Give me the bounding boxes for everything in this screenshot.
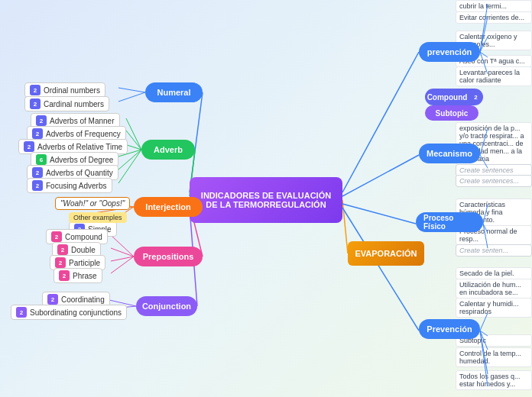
proceso-node[interactable]: Proceso Físico [416,212,483,232]
compound-r-label: Compound [427,93,468,102]
svg-line-22 [111,248,134,257]
content-item-2: Evitar corrientes de... [456,11,532,24]
degree-badge: 6 [36,154,47,165]
conjunction-node[interactable]: Conjunction [136,296,197,316]
phrase-item[interactable]: 2 Phrase [54,268,102,283]
numeral-label: Numeral [157,88,190,97]
cardinal-label: Cardinal numbers [44,100,104,108]
content-control: Control de la temp... humedad. [456,347,532,367]
content-secado: Secado de la piel. [456,267,532,279]
cardinal-badge: 2 [30,98,41,109]
conjunction-label: Conjunction [142,302,191,311]
phrase-label: Phrase [73,272,97,280]
svg-line-11 [118,92,145,102]
svg-line-7 [342,200,348,253]
adverb-node[interactable]: Adverb [141,140,195,160]
svg-line-23 [111,257,134,261]
mindmap-container: INDICADORES DE EVALUACIÓN DE LA TERMORRE… [0,0,532,397]
focusing-badge: 2 [32,180,43,191]
adverb-focusing-item[interactable]: 2 Focusing Adverbs [27,178,112,193]
coordinating-label: Coordinating [61,295,105,304]
prepositions-node[interactable]: Prepositions [134,247,203,266]
prevencion-top-label: prevención [427,47,472,56]
frequency-label: Adverbs of Frequency [46,130,121,138]
frequency-badge: 2 [32,128,43,139]
double-badge: 2 [57,244,68,255]
content-item-1: cubrir la termi... [456,0,532,12]
svg-line-17 [118,150,141,183]
relative-label: Adverbs of Relative Time [37,143,122,151]
compound-prep-badge: 2 [51,231,62,242]
subordinating-label: Subordinating conjunctions [30,308,122,317]
ordinal-label: Ordinal numbers [44,86,100,95]
quantity-badge: 2 [32,167,43,178]
content-utilizacion: Utilización de hum... en incubadora se..… [456,279,532,299]
svg-line-5 [342,52,419,192]
content-calentar: Calentar y humidi... respirados [456,298,532,318]
mecanismo-node[interactable]: Mecanismo [419,144,480,163]
interjection-node[interactable]: Interjection [134,197,203,217]
phrase-badge: 2 [59,270,70,281]
prepositions-label: Prepositions [143,252,194,261]
center-title-line2: DE LA TERMORREGULACIÓN [201,200,331,209]
proceso-label: Proceso Físico [423,214,475,231]
other-examples-item[interactable]: Other examples [69,212,127,223]
compound-r-badge: 2 [470,92,481,102]
quantity-label: Adverbs of Quantity [46,169,113,177]
prevencion-top-node[interactable]: prevención [419,42,480,62]
svg-line-21 [111,235,134,257]
create-sentence-2[interactable]: Create sentences... [456,175,532,187]
cardinal-numbers-item[interactable]: 2 Cardinal numbers [24,96,109,111]
focusing-label: Focusing Adverbs [46,182,107,190]
svg-line-10 [118,88,145,92]
subtopic-label: Subtopic [436,109,469,118]
ordinal-numbers-item[interactable]: 2 Ordinal numbers [24,82,105,98]
evaporacion-label: EVAPORACIÓN [355,249,417,258]
participle-badge: 2 [55,257,66,268]
subtopic-node[interactable]: Subtopic [425,105,478,121]
numeral-node[interactable]: Numeral [145,82,203,102]
svg-line-24 [111,257,134,273]
svg-line-6 [342,155,419,196]
content-todos: Todos los gases q... estar húmedos y... [456,370,532,390]
prevencion-bottom-label: Prevención [427,324,472,334]
double-label: Double [71,246,96,254]
svg-line-8 [342,204,416,224]
subordinating-item[interactable]: 2 Subordinating conjunctions [11,305,127,320]
relative-badge: 2 [24,141,34,152]
compound-r-node[interactable]: Compound 2 [425,89,483,105]
compound-prep-label: Compound [65,233,102,241]
evaporacion-node[interactable]: EVAPORACIÓN [348,241,424,266]
interjection-label: Interjection [145,202,190,211]
woah-item[interactable]: "Woah!" or "Oops!" [55,197,130,210]
adverb-label: Adverb [154,145,183,154]
woah-label: "Woah!" or "Oops!" [60,199,125,208]
center-title-line1: INDICADORES DE EVALUACIÓN [201,191,331,200]
ordinal-badge: 2 [30,85,41,95]
manner-badge: 2 [36,115,47,126]
svg-line-9 [342,208,419,331]
other-examples-label: Other examples [73,214,122,221]
prevencion-bottom-node[interactable]: Prevención [419,319,480,339]
manner-label: Adverbs of Manner [50,117,115,125]
center-node[interactable]: INDICADORES DE EVALUACIÓN DE LA TERMORRE… [190,177,342,223]
subordinating-badge: 2 [16,307,27,318]
participle-label: Participle [69,259,100,267]
create-sentence-3[interactable]: Create senten... [456,244,532,257]
svg-line-13 [126,131,141,150]
content-item-5: Levantar pareces la calor radiante [456,66,532,86]
mecanismo-label: Mecanismo [427,149,472,158]
coordinating-badge: 2 [47,294,58,305]
degree-label: Adverbs of Degree [50,156,113,164]
svg-line-12 [126,118,141,150]
